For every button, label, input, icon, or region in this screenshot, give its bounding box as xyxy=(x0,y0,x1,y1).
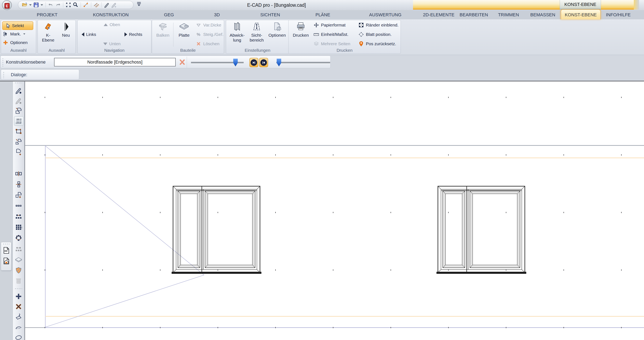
reference-point xyxy=(275,155,276,156)
nav-unten-button[interactable]: Unten xyxy=(103,41,120,46)
save-icon[interactable] xyxy=(33,2,40,8)
customize-toolbar-icon[interactable] xyxy=(136,2,142,8)
pos-zuruecksetzen-button[interactable]: Pos zurücksetz. xyxy=(358,41,396,47)
home-document-icon[interactable] xyxy=(3,257,10,265)
blatt-position-button[interactable]: Blatt position. xyxy=(358,31,392,37)
papierformat-label: Papierformat xyxy=(321,23,346,27)
tab-bearbeiten[interactable]: BEARBEITEN xyxy=(456,10,492,19)
facade-drawing[interactable] xyxy=(25,81,644,340)
redo-icon[interactable] xyxy=(55,2,61,8)
drag-grip[interactable] xyxy=(14,82,23,84)
flip-icon[interactable] xyxy=(14,312,23,321)
points-grid-icon[interactable] xyxy=(14,223,23,232)
drag-grip[interactable] xyxy=(3,243,10,245)
tab-auswertung[interactable]: AUSWERTUNG xyxy=(366,10,405,19)
guide-diagonal-upper[interactable] xyxy=(45,146,204,275)
open-file-icon[interactable] xyxy=(22,2,28,8)
points-connect-icon[interactable] xyxy=(14,212,23,221)
tab-projekt[interactable]: PROJEKT xyxy=(33,10,61,19)
redo-icon xyxy=(55,2,61,8)
contour-pen-icon[interactable] xyxy=(14,137,23,146)
mirror-horizontal-icon[interactable] xyxy=(14,169,23,178)
raender-button[interactable]: Ränder einblend. xyxy=(358,22,398,28)
drag-grip[interactable] xyxy=(14,288,23,289)
einstellungen-optionen-button[interactable]: Optionen xyxy=(267,21,287,38)
tab-geg[interactable]: GEG xyxy=(160,10,178,19)
slab-icon[interactable] xyxy=(14,255,23,264)
save-dropdown-icon[interactable] xyxy=(40,4,43,6)
delete-x-icon[interactable] xyxy=(14,302,23,311)
tab-pläne[interactable]: PLÄNE xyxy=(312,10,334,19)
balken-button[interactable]: Balken xyxy=(154,21,172,38)
einheit-button[interactable]: Einheit/Maßst. xyxy=(314,31,348,37)
measure-distance-icon[interactable] xyxy=(83,2,89,8)
tab-trimmen[interactable]: TRIMMEN xyxy=(494,10,523,19)
points-connect-icon[interactable] xyxy=(14,244,23,253)
zoom-fit-icon[interactable] xyxy=(65,2,72,8)
guide-diagonal-lower[interactable] xyxy=(45,275,204,327)
mark-button[interactable]: Mark. xyxy=(3,31,25,37)
papierformat-button[interactable]: Papierformat xyxy=(314,22,346,28)
drucken-button[interactable]: Drucken xyxy=(290,21,311,38)
search-icon[interactable] xyxy=(72,2,79,8)
plus-icon[interactable] xyxy=(14,292,23,301)
nav-links-button[interactable]: Links xyxy=(82,32,96,37)
pen-edit-icon[interactable] xyxy=(14,86,23,95)
contour-plus-icon[interactable] xyxy=(14,190,23,199)
drag-grip[interactable] xyxy=(3,71,4,78)
loeschen-button[interactable]: Löschen xyxy=(196,41,219,47)
optionen-button[interactable]: Optionen xyxy=(3,40,28,45)
parallel-measure-icon[interactable] xyxy=(93,2,100,8)
level-name-input[interactable]: Nordfassade [Erdgeschoss] xyxy=(54,58,176,66)
trash-icon[interactable] xyxy=(14,276,23,285)
tab-info-hilfe[interactable]: INFO/HILFE xyxy=(602,10,634,19)
arc-icon[interactable] xyxy=(14,323,23,332)
nav-rechts-button[interactable]: Rechts xyxy=(124,32,142,37)
contour-add-icon[interactable] xyxy=(14,147,23,156)
drawing-canvas[interactable] xyxy=(25,81,644,340)
nav-oben-button[interactable]: Oben xyxy=(104,22,120,27)
area-document-icon[interactable] xyxy=(3,246,10,255)
k-ebene-button[interactable]: K- Ebene xyxy=(40,21,56,43)
points-circle-icon[interactable] xyxy=(14,233,23,242)
platte-button[interactable]: Platte xyxy=(175,21,193,38)
pen-edit-icon[interactable] xyxy=(14,96,23,105)
app-logo[interactable]: E xyxy=(2,0,12,10)
frame-miter xyxy=(522,186,525,189)
shield-icon[interactable] xyxy=(14,266,23,275)
skip-forward-button[interactable] xyxy=(249,58,258,67)
contour-copy-icon[interactable] xyxy=(14,106,23,115)
tab-bemassen[interactable]: BEMASSEN xyxy=(527,10,559,19)
steigung-button[interactable]: % Steig./Gef. xyxy=(196,31,224,37)
mehrere-seiten-button[interactable]: Mehrere Seiten xyxy=(314,41,350,47)
level-slider-thumb-2[interactable] xyxy=(277,59,281,66)
selekt-button[interactable]: Selekt xyxy=(2,21,33,30)
neu-button[interactable]: Neu xyxy=(58,21,73,38)
red-x-icon[interactable] xyxy=(178,58,186,66)
wall-height-icon[interactable] xyxy=(14,116,24,126)
level-slider-track-2[interactable] xyxy=(276,62,330,64)
tab-3d[interactable]: 3D xyxy=(210,10,224,19)
tab-konstruktion[interactable]: KONSTRUKTION xyxy=(90,10,132,19)
pen-icon[interactable] xyxy=(104,2,110,8)
points-row-icon[interactable] xyxy=(14,201,23,210)
pen-disabled-icon[interactable] xyxy=(110,2,117,8)
sichtbereich-button[interactable]: Sicht- bereich xyxy=(247,21,266,43)
divider xyxy=(173,23,174,47)
abwicklung-button[interactable]: Abwick- lung xyxy=(228,21,246,43)
tab-sichten[interactable]: SICHTEN xyxy=(257,10,284,19)
undo-icon[interactable] xyxy=(48,2,54,8)
glass-pane xyxy=(208,194,252,265)
skip-back-button[interactable] xyxy=(259,58,268,67)
var-dicke-button[interactable]: Var.Dicke xyxy=(196,22,221,28)
drag-grip[interactable] xyxy=(2,58,4,66)
contour-transform-icon[interactable] xyxy=(14,127,23,136)
mirror-shape-icon[interactable] xyxy=(14,180,23,189)
mirror-shape-icon xyxy=(15,181,22,188)
open-dropdown-icon[interactable] xyxy=(29,4,32,6)
tab-2d-elemente[interactable]: 2D-ELEMENTE xyxy=(419,10,458,19)
slider-panel xyxy=(187,57,330,68)
level-slider-thumb-1[interactable] xyxy=(233,59,238,66)
tab-konst-ebene[interactable]: KONST-EBENE xyxy=(561,9,601,19)
ellipse-icon[interactable] xyxy=(14,333,23,340)
